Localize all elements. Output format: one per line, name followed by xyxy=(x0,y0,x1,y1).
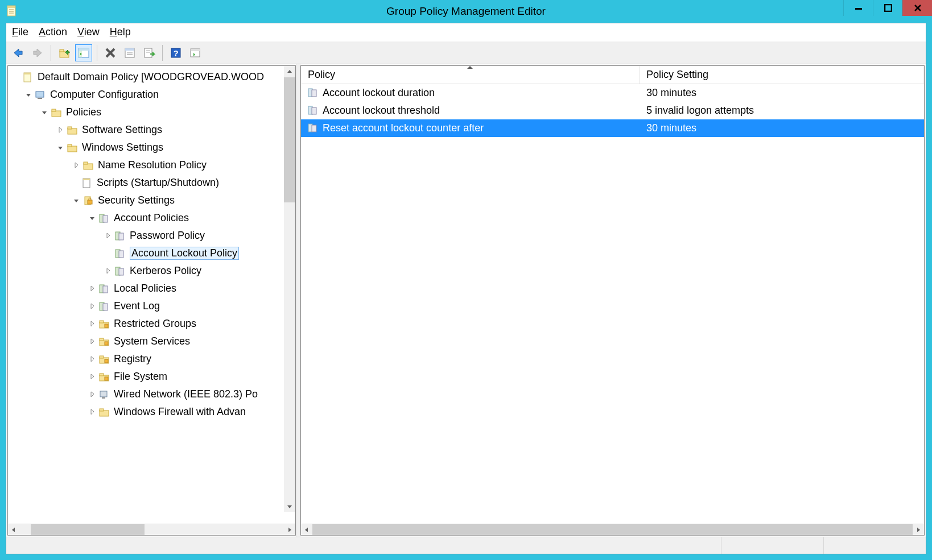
expand-icon[interactable] xyxy=(104,233,113,239)
export-button[interactable] xyxy=(141,44,158,61)
scroll-down-arrow[interactable] xyxy=(284,501,295,512)
menu-file[interactable]: File xyxy=(12,26,28,38)
tree[interactable]: Default Domain Policy [WOODGROVEAD.WOOD … xyxy=(8,66,295,423)
tree-horizontal-scrollbar[interactable] xyxy=(8,524,295,535)
expand-icon[interactable] xyxy=(88,303,97,309)
up-button[interactable] xyxy=(56,44,73,61)
forward-button[interactable] xyxy=(29,44,46,61)
tree-item-restricted-groups[interactable]: Restricted Groups xyxy=(8,315,295,333)
column-label: Policy Setting xyxy=(646,69,708,81)
scroll-right-arrow[interactable] xyxy=(913,524,924,535)
column-header-policy[interactable]: Policy xyxy=(301,66,640,84)
tree-item-wired-network[interactable]: Wired Network (IEEE 802.3) Po xyxy=(8,385,295,403)
titlebar: Group Policy Management Editor xyxy=(0,0,932,23)
tree-item-file-system[interactable]: File System xyxy=(8,368,295,385)
tree-item-event-log[interactable]: Event Log xyxy=(8,297,295,315)
scroll-left-arrow[interactable] xyxy=(8,524,19,535)
properties-button[interactable] xyxy=(121,44,138,61)
expand-icon[interactable] xyxy=(88,321,97,327)
delete-button[interactable] xyxy=(102,44,119,61)
scroll-thumb[interactable] xyxy=(312,524,913,535)
close-button[interactable] xyxy=(902,0,932,16)
filter-button[interactable] xyxy=(187,44,204,61)
collapse-icon[interactable] xyxy=(56,144,65,151)
cell-text: Reset account lockout counter after xyxy=(323,122,484,134)
tree-item-policies[interactable]: Policies xyxy=(8,103,295,121)
expand-icon[interactable] xyxy=(88,374,97,380)
list-row[interactable]: Account lockout duration 30 minutes xyxy=(301,84,924,102)
expand-icon[interactable] xyxy=(88,391,97,397)
scroll-track[interactable] xyxy=(312,524,913,535)
scroll-thumb[interactable] xyxy=(284,77,295,202)
help-button[interactable]: ? xyxy=(167,44,184,61)
cell-text: 5 invalid logon attempts xyxy=(646,105,754,117)
tree-label: Windows Firewall with Advan xyxy=(114,406,246,418)
svg-rect-76 xyxy=(312,125,316,132)
tree-item-account-policies[interactable]: Account Policies xyxy=(8,209,295,227)
tree-item-scripts[interactable]: Scripts (Startup/Shutdown) xyxy=(8,174,295,192)
tree-item-system-services[interactable]: System Services xyxy=(8,333,295,350)
collapse-icon[interactable] xyxy=(24,92,33,98)
tree-item-windows-firewall[interactable]: Windows Firewall with Advan xyxy=(8,403,295,421)
window-controls xyxy=(843,0,932,17)
tree-label: Windows Settings xyxy=(82,142,163,154)
expand-icon[interactable] xyxy=(88,338,97,345)
scroll-thumb[interactable] xyxy=(31,524,145,535)
svg-rect-36 xyxy=(68,144,72,147)
scroll-up-arrow[interactable] xyxy=(284,66,295,77)
menubar: File Action View Help xyxy=(6,23,926,42)
expand-icon[interactable] xyxy=(72,162,81,168)
svg-rect-42 xyxy=(88,200,92,204)
list-body[interactable]: Account lockout duration 30 minutes Acco… xyxy=(301,84,924,524)
show-hide-tree-button[interactable] xyxy=(75,44,92,61)
tree-item-registry[interactable]: Registry xyxy=(8,350,295,368)
column-header-setting[interactable]: Policy Setting xyxy=(640,66,924,84)
svg-rect-60 xyxy=(105,342,108,345)
menu-action[interactable]: Action xyxy=(39,26,67,38)
list-row[interactable]: Account lockout threshold 5 invalid logo… xyxy=(301,102,924,119)
statusbar xyxy=(6,537,926,554)
svg-rect-74 xyxy=(312,107,316,114)
tree-item-computer-config[interactable]: Computer Configuration xyxy=(8,86,295,103)
list-horizontal-scrollbar[interactable] xyxy=(301,524,924,535)
svg-rect-65 xyxy=(100,374,104,376)
tree-item-password-policy[interactable]: Password Policy xyxy=(8,227,295,244)
tree-item-security-settings[interactable]: Security Settings xyxy=(8,192,295,209)
expand-icon[interactable] xyxy=(56,127,65,133)
minimize-button[interactable] xyxy=(843,0,873,16)
menu-help[interactable]: Help xyxy=(110,26,131,38)
tree-item-account-lockout-policy[interactable]: Account Lockout Policy xyxy=(8,244,295,262)
tree-item-local-policies[interactable]: Local Policies xyxy=(8,280,295,297)
cell-policy: Account lockout duration xyxy=(301,87,640,99)
splitter[interactable] xyxy=(296,64,300,537)
tree-item-software-settings[interactable]: Software Settings xyxy=(8,121,295,139)
collapse-icon[interactable] xyxy=(72,197,81,204)
tree-item-kerberos-policy[interactable]: Kerberos Policy xyxy=(8,262,295,280)
back-button[interactable] xyxy=(10,44,27,61)
scroll-left-arrow[interactable] xyxy=(301,524,312,535)
maximize-button[interactable] xyxy=(873,0,902,16)
expand-icon[interactable] xyxy=(104,268,113,274)
tree-item-root[interactable]: Default Domain Policy [WOODGROVEAD.WOOD xyxy=(8,68,295,86)
collapse-icon[interactable] xyxy=(88,215,97,221)
svg-rect-70 xyxy=(100,409,104,411)
tree-vertical-scrollbar[interactable] xyxy=(284,66,295,512)
scroll-track[interactable] xyxy=(19,524,284,535)
toolbar-separator xyxy=(97,45,97,61)
policy-item-icon xyxy=(308,105,319,117)
scroll-right-arrow[interactable] xyxy=(284,524,295,535)
expand-icon[interactable] xyxy=(88,409,97,415)
tree-item-name-resolution[interactable]: Name Resolution Policy xyxy=(8,156,295,174)
tree-label: Security Settings xyxy=(98,194,175,206)
folder-lock-icon xyxy=(98,371,110,383)
expand-icon[interactable] xyxy=(88,285,97,292)
svg-rect-56 xyxy=(100,321,104,323)
collapse-icon[interactable] xyxy=(40,109,49,115)
expand-icon[interactable] xyxy=(88,356,97,362)
tree-item-windows-settings[interactable]: Windows Settings xyxy=(8,139,295,156)
computer-icon xyxy=(34,89,47,101)
menu-view[interactable]: View xyxy=(77,26,100,38)
list-row[interactable]: Reset account lockout counter after 30 m… xyxy=(301,119,924,137)
scroll-track[interactable] xyxy=(284,202,295,501)
svg-rect-67 xyxy=(100,391,107,397)
